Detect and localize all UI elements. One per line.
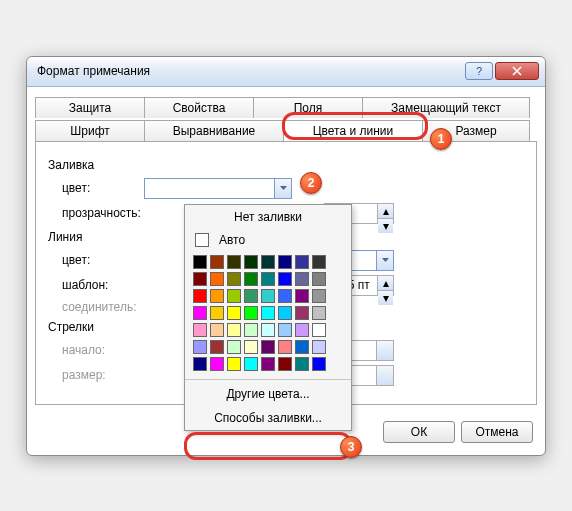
tab-fields[interactable]: Поля <box>253 97 363 118</box>
palette-color[interactable] <box>227 357 241 371</box>
palette-color[interactable] <box>193 306 207 320</box>
color-palette <box>185 251 351 377</box>
label-connector: соединитель: <box>48 300 144 314</box>
palette-color[interactable] <box>278 323 292 337</box>
palette-color[interactable] <box>227 306 241 320</box>
spin-down[interactable]: ▾ <box>378 291 393 305</box>
palette-color[interactable] <box>210 272 224 286</box>
fill-color-swatch <box>148 182 268 195</box>
label-line-template: шаблон: <box>48 278 144 292</box>
palette-color[interactable] <box>295 306 309 320</box>
palette-color[interactable] <box>193 340 207 354</box>
palette-color[interactable] <box>193 255 207 269</box>
label-transparency: прозрачность: <box>48 206 144 220</box>
palette-color[interactable] <box>295 255 309 269</box>
tab-panel-colors: Заливка цвет: прозрачность: 0 % ▴▾ Линия… <box>35 141 537 405</box>
dd-fill-effects[interactable]: Способы заливки... <box>185 406 351 430</box>
color-dropdown: Нет заливки Авто Другие цвета... Способы… <box>184 204 352 431</box>
help-button[interactable]: ? <box>465 62 493 80</box>
palette-color[interactable] <box>295 340 309 354</box>
palette-color[interactable] <box>193 289 207 303</box>
palette-color[interactable] <box>261 323 275 337</box>
tab-protect[interactable]: Защита <box>35 97 145 118</box>
palette-color[interactable] <box>312 357 326 371</box>
label-line-color: цвет: <box>48 253 144 267</box>
dd-auto-label: Авто <box>219 233 245 247</box>
palette-color[interactable] <box>312 306 326 320</box>
tab-alt[interactable]: Замещающий текст <box>362 97 530 118</box>
palette-color[interactable] <box>278 357 292 371</box>
palette-color[interactable] <box>312 289 326 303</box>
palette-color[interactable] <box>227 272 241 286</box>
label-arrow-start: начало: <box>48 343 144 357</box>
palette-color[interactable] <box>312 323 326 337</box>
palette-color[interactable] <box>210 306 224 320</box>
palette-color[interactable] <box>312 340 326 354</box>
fill-color-dropdown-arrow[interactable] <box>274 179 291 198</box>
palette-color[interactable] <box>244 255 258 269</box>
tab-props[interactable]: Свойства <box>144 97 254 118</box>
palette-color[interactable] <box>295 323 309 337</box>
palette-color[interactable] <box>210 357 224 371</box>
ok-button[interactable]: ОК <box>383 421 455 443</box>
palette-color[interactable] <box>278 272 292 286</box>
close-icon <box>512 66 522 76</box>
label-fill-color: цвет: <box>48 181 144 195</box>
palette-color[interactable] <box>193 357 207 371</box>
palette-color[interactable] <box>227 289 241 303</box>
palette-color[interactable] <box>295 289 309 303</box>
palette-color[interactable] <box>312 255 326 269</box>
tab-size[interactable]: Размер <box>422 120 530 141</box>
palette-color[interactable] <box>244 272 258 286</box>
palette-color[interactable] <box>278 306 292 320</box>
palette-color[interactable] <box>210 289 224 303</box>
fill-color-combo[interactable] <box>144 178 292 199</box>
palette-color[interactable] <box>261 272 275 286</box>
palette-color[interactable] <box>261 255 275 269</box>
tab-align[interactable]: Выравнивание <box>144 120 284 141</box>
palette-color[interactable] <box>261 289 275 303</box>
close-button[interactable] <box>495 62 539 80</box>
spin-down[interactable]: ▾ <box>378 219 393 233</box>
palette-color[interactable] <box>244 306 258 320</box>
palette-color[interactable] <box>261 340 275 354</box>
palette-color[interactable] <box>210 323 224 337</box>
palette-color[interactable] <box>261 306 275 320</box>
dd-more-colors[interactable]: Другие цвета... <box>185 382 351 406</box>
palette-color[interactable] <box>244 323 258 337</box>
palette-color[interactable] <box>278 289 292 303</box>
palette-color[interactable] <box>210 340 224 354</box>
titlebar[interactable]: Формат примечания ? <box>27 57 545 87</box>
palette-color[interactable] <box>193 272 207 286</box>
palette-color[interactable] <box>193 323 207 337</box>
palette-color[interactable] <box>227 340 241 354</box>
palette-color[interactable] <box>261 357 275 371</box>
palette-color[interactable] <box>227 255 241 269</box>
group-fill: Заливка <box>48 158 524 172</box>
cancel-button[interactable]: Отмена <box>461 421 533 443</box>
dd-auto[interactable]: Авто <box>185 229 351 251</box>
auto-swatch <box>195 233 209 247</box>
tabs: Защита Свойства Поля Замещающий текст Шр… <box>35 95 537 141</box>
palette-color[interactable] <box>278 340 292 354</box>
spin-up[interactable]: ▴ <box>378 204 393 219</box>
palette-color[interactable] <box>244 357 258 371</box>
chevron-down-icon <box>280 186 287 190</box>
tab-font[interactable]: Шрифт <box>35 120 145 141</box>
palette-color[interactable] <box>244 340 258 354</box>
palette-color[interactable] <box>244 289 258 303</box>
dd-no-fill[interactable]: Нет заливки <box>185 205 351 229</box>
palette-color[interactable] <box>312 272 326 286</box>
palette-color[interactable] <box>227 323 241 337</box>
palette-color[interactable] <box>210 255 224 269</box>
window-title: Формат примечания <box>33 64 463 78</box>
chevron-down-icon[interactable] <box>376 251 393 270</box>
palette-color[interactable] <box>278 255 292 269</box>
label-arrow-size: размер: <box>48 368 144 382</box>
tab-colors[interactable]: Цвета и линии <box>283 120 423 141</box>
spin-up[interactable]: ▴ <box>378 276 393 291</box>
format-comment-dialog: Формат примечания ? Защита Свойства Поля… <box>26 56 546 456</box>
palette-color[interactable] <box>295 357 309 371</box>
palette-color[interactable] <box>295 272 309 286</box>
